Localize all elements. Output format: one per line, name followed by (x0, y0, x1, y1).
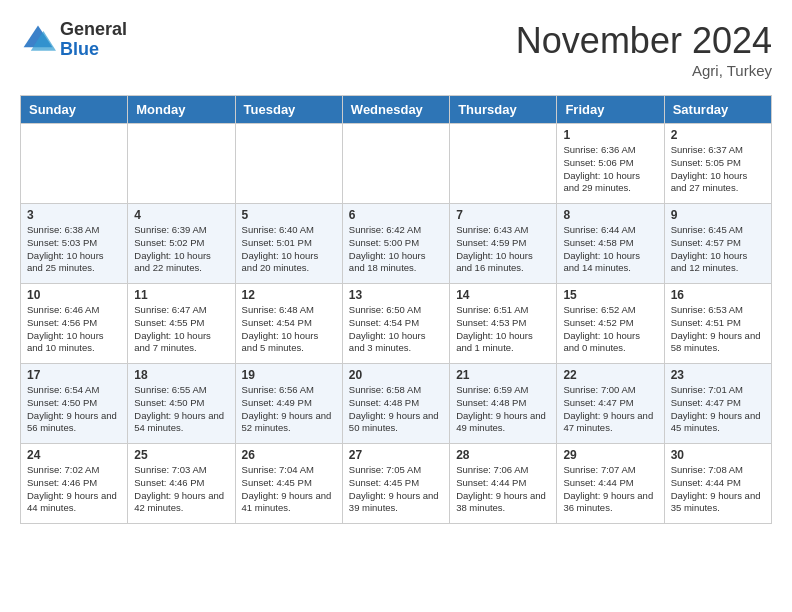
day-info: Sunrise: 6:59 AMSunset: 4:48 PMDaylight:… (456, 384, 550, 435)
day-number: 14 (456, 288, 550, 302)
calendar-cell: 11Sunrise: 6:47 AMSunset: 4:55 PMDayligh… (128, 284, 235, 364)
day-number: 10 (27, 288, 121, 302)
day-number: 26 (242, 448, 336, 462)
day-info: Sunrise: 7:08 AMSunset: 4:44 PMDaylight:… (671, 464, 765, 515)
calendar-cell: 19Sunrise: 6:56 AMSunset: 4:49 PMDayligh… (235, 364, 342, 444)
day-number: 21 (456, 368, 550, 382)
day-info: Sunrise: 6:47 AMSunset: 4:55 PMDaylight:… (134, 304, 228, 355)
calendar-cell: 12Sunrise: 6:48 AMSunset: 4:54 PMDayligh… (235, 284, 342, 364)
day-info: Sunrise: 6:56 AMSunset: 4:49 PMDaylight:… (242, 384, 336, 435)
calendar-cell (342, 124, 449, 204)
day-number: 16 (671, 288, 765, 302)
calendar-cell: 23Sunrise: 7:01 AMSunset: 4:47 PMDayligh… (664, 364, 771, 444)
day-info: Sunrise: 6:43 AMSunset: 4:59 PMDaylight:… (456, 224, 550, 275)
calendar-cell: 4Sunrise: 6:39 AMSunset: 5:02 PMDaylight… (128, 204, 235, 284)
calendar-cell: 9Sunrise: 6:45 AMSunset: 4:57 PMDaylight… (664, 204, 771, 284)
day-info: Sunrise: 6:46 AMSunset: 4:56 PMDaylight:… (27, 304, 121, 355)
day-number: 30 (671, 448, 765, 462)
day-number: 1 (563, 128, 657, 142)
calendar-body: 1Sunrise: 6:36 AMSunset: 5:06 PMDaylight… (21, 124, 772, 524)
calendar-week-1: 3Sunrise: 6:38 AMSunset: 5:03 PMDaylight… (21, 204, 772, 284)
day-info: Sunrise: 7:02 AMSunset: 4:46 PMDaylight:… (27, 464, 121, 515)
calendar-table: SundayMondayTuesdayWednesdayThursdayFrid… (20, 95, 772, 524)
logo-blue: Blue (60, 40, 127, 60)
calendar-cell: 16Sunrise: 6:53 AMSunset: 4:51 PMDayligh… (664, 284, 771, 364)
day-info: Sunrise: 6:40 AMSunset: 5:01 PMDaylight:… (242, 224, 336, 275)
day-number: 7 (456, 208, 550, 222)
logo: General Blue (20, 20, 127, 60)
day-info: Sunrise: 6:55 AMSunset: 4:50 PMDaylight:… (134, 384, 228, 435)
calendar-cell: 27Sunrise: 7:05 AMSunset: 4:45 PMDayligh… (342, 444, 449, 524)
day-info: Sunrise: 6:51 AMSunset: 4:53 PMDaylight:… (456, 304, 550, 355)
calendar-cell: 8Sunrise: 6:44 AMSunset: 4:58 PMDaylight… (557, 204, 664, 284)
weekday-header-wednesday: Wednesday (342, 96, 449, 124)
calendar-cell: 29Sunrise: 7:07 AMSunset: 4:44 PMDayligh… (557, 444, 664, 524)
day-number: 25 (134, 448, 228, 462)
calendar-cell: 24Sunrise: 7:02 AMSunset: 4:46 PMDayligh… (21, 444, 128, 524)
day-info: Sunrise: 7:05 AMSunset: 4:45 PMDaylight:… (349, 464, 443, 515)
calendar-cell: 21Sunrise: 6:59 AMSunset: 4:48 PMDayligh… (450, 364, 557, 444)
calendar-cell: 3Sunrise: 6:38 AMSunset: 5:03 PMDaylight… (21, 204, 128, 284)
location: Agri, Turkey (516, 62, 772, 79)
day-number: 2 (671, 128, 765, 142)
calendar-cell: 10Sunrise: 6:46 AMSunset: 4:56 PMDayligh… (21, 284, 128, 364)
weekday-header-sunday: Sunday (21, 96, 128, 124)
day-info: Sunrise: 7:06 AMSunset: 4:44 PMDaylight:… (456, 464, 550, 515)
day-info: Sunrise: 6:50 AMSunset: 4:54 PMDaylight:… (349, 304, 443, 355)
day-info: Sunrise: 6:38 AMSunset: 5:03 PMDaylight:… (27, 224, 121, 275)
day-info: Sunrise: 6:36 AMSunset: 5:06 PMDaylight:… (563, 144, 657, 195)
day-number: 8 (563, 208, 657, 222)
calendar-cell: 22Sunrise: 7:00 AMSunset: 4:47 PMDayligh… (557, 364, 664, 444)
weekday-header-tuesday: Tuesday (235, 96, 342, 124)
day-number: 15 (563, 288, 657, 302)
day-info: Sunrise: 6:42 AMSunset: 5:00 PMDaylight:… (349, 224, 443, 275)
calendar-week-3: 17Sunrise: 6:54 AMSunset: 4:50 PMDayligh… (21, 364, 772, 444)
day-info: Sunrise: 6:54 AMSunset: 4:50 PMDaylight:… (27, 384, 121, 435)
day-info: Sunrise: 7:00 AMSunset: 4:47 PMDaylight:… (563, 384, 657, 435)
calendar-cell: 1Sunrise: 6:36 AMSunset: 5:06 PMDaylight… (557, 124, 664, 204)
calendar-cell: 18Sunrise: 6:55 AMSunset: 4:50 PMDayligh… (128, 364, 235, 444)
calendar-cell: 28Sunrise: 7:06 AMSunset: 4:44 PMDayligh… (450, 444, 557, 524)
day-info: Sunrise: 6:48 AMSunset: 4:54 PMDaylight:… (242, 304, 336, 355)
calendar-cell: 6Sunrise: 6:42 AMSunset: 5:00 PMDaylight… (342, 204, 449, 284)
title-block: November 2024 Agri, Turkey (516, 20, 772, 79)
day-info: Sunrise: 7:07 AMSunset: 4:44 PMDaylight:… (563, 464, 657, 515)
day-info: Sunrise: 6:37 AMSunset: 5:05 PMDaylight:… (671, 144, 765, 195)
calendar-cell (450, 124, 557, 204)
day-number: 4 (134, 208, 228, 222)
calendar-cell: 17Sunrise: 6:54 AMSunset: 4:50 PMDayligh… (21, 364, 128, 444)
calendar-week-0: 1Sunrise: 6:36 AMSunset: 5:06 PMDaylight… (21, 124, 772, 204)
calendar-cell: 15Sunrise: 6:52 AMSunset: 4:52 PMDayligh… (557, 284, 664, 364)
day-number: 22 (563, 368, 657, 382)
calendar-cell: 14Sunrise: 6:51 AMSunset: 4:53 PMDayligh… (450, 284, 557, 364)
day-info: Sunrise: 6:44 AMSunset: 4:58 PMDaylight:… (563, 224, 657, 275)
calendar-cell: 30Sunrise: 7:08 AMSunset: 4:44 PMDayligh… (664, 444, 771, 524)
day-info: Sunrise: 7:04 AMSunset: 4:45 PMDaylight:… (242, 464, 336, 515)
logo-icon (20, 22, 56, 58)
weekday-header-saturday: Saturday (664, 96, 771, 124)
day-info: Sunrise: 6:53 AMSunset: 4:51 PMDaylight:… (671, 304, 765, 355)
calendar-cell (235, 124, 342, 204)
day-number: 12 (242, 288, 336, 302)
calendar-cell: 26Sunrise: 7:04 AMSunset: 4:45 PMDayligh… (235, 444, 342, 524)
day-info: Sunrise: 6:45 AMSunset: 4:57 PMDaylight:… (671, 224, 765, 275)
day-info: Sunrise: 6:39 AMSunset: 5:02 PMDaylight:… (134, 224, 228, 275)
day-number: 3 (27, 208, 121, 222)
calendar-cell: 2Sunrise: 6:37 AMSunset: 5:05 PMDaylight… (664, 124, 771, 204)
day-info: Sunrise: 7:01 AMSunset: 4:47 PMDaylight:… (671, 384, 765, 435)
day-info: Sunrise: 6:52 AMSunset: 4:52 PMDaylight:… (563, 304, 657, 355)
calendar-cell: 20Sunrise: 6:58 AMSunset: 4:48 PMDayligh… (342, 364, 449, 444)
day-number: 29 (563, 448, 657, 462)
day-info: Sunrise: 7:03 AMSunset: 4:46 PMDaylight:… (134, 464, 228, 515)
day-info: Sunrise: 6:58 AMSunset: 4:48 PMDaylight:… (349, 384, 443, 435)
logo-general: General (60, 20, 127, 40)
month-title: November 2024 (516, 20, 772, 62)
day-number: 9 (671, 208, 765, 222)
calendar-cell: 5Sunrise: 6:40 AMSunset: 5:01 PMDaylight… (235, 204, 342, 284)
calendar-header-row: SundayMondayTuesdayWednesdayThursdayFrid… (21, 96, 772, 124)
day-number: 13 (349, 288, 443, 302)
page-header: General Blue November 2024 Agri, Turkey (20, 20, 772, 79)
calendar-cell (21, 124, 128, 204)
day-number: 27 (349, 448, 443, 462)
calendar-cell: 7Sunrise: 6:43 AMSunset: 4:59 PMDaylight… (450, 204, 557, 284)
